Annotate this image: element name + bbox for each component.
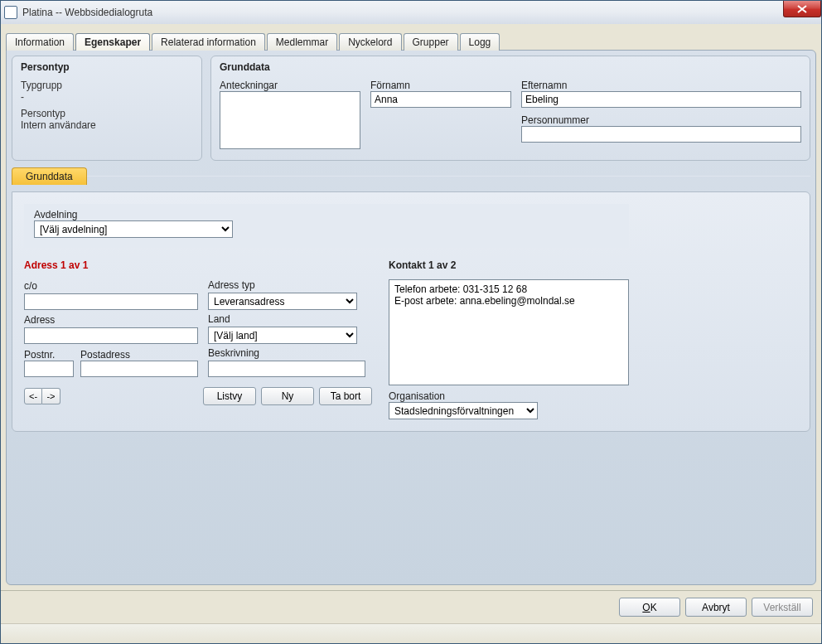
contact-line: E-post arbete: anna.ebeling@molndal.se [394, 295, 623, 307]
personnummer-input[interactable] [521, 126, 801, 143]
persontyp-label: Persontyp [21, 108, 193, 119]
top-row: Persontyp Typgrupp - Persontyp Intern an… [12, 56, 810, 161]
contact-section: Kontakt 1 av 2 Telefon arbete: 031-315 1… [389, 254, 629, 419]
typgrupp-value: - [21, 91, 193, 103]
organisation-select[interactable]: Stadsledningsförvaltningen [389, 402, 538, 419]
address-section: Adress 1 av 1 c/o Adress typ Leveransadr… [24, 254, 372, 419]
efternamn-input[interactable] [521, 91, 801, 108]
subtab-line [87, 176, 810, 177]
adress-input[interactable] [24, 327, 198, 344]
ny-button[interactable]: Ny [261, 387, 314, 405]
titlebar: Platina -- Webbsidedialogruta [1, 1, 821, 24]
tab-logg[interactable]: Logg [460, 33, 500, 51]
contact-line: Telefon arbete: 031-315 12 68 [394, 283, 623, 295]
status-strip [1, 623, 821, 643]
tabort-button[interactable]: Ta bort [319, 387, 372, 405]
grunddata-panel: Grunddata Förnamn Efternamn Anteckningar [210, 56, 810, 161]
postadress-label: Postadress [80, 349, 198, 361]
tab-egenskaper[interactable]: Egenskaper [75, 33, 150, 51]
listvy-button[interactable]: Listvy [203, 387, 256, 405]
persontyp-panel: Persontyp Typgrupp - Persontyp Intern an… [12, 56, 202, 161]
address-nav: <- -> [24, 388, 60, 404]
persontyp-header: Persontyp [21, 61, 193, 73]
postnr-label: Postnr. [24, 349, 74, 361]
grunddata-header: Grunddata [220, 61, 801, 73]
avdelning-block: Avdelning [Välj avdelning] [24, 204, 629, 248]
dialog-window: Platina -- Webbsidedialogruta Informatio… [0, 0, 822, 644]
adress-label: Adress [24, 314, 198, 326]
subtab-row: Grunddata [12, 167, 810, 185]
adresstyp-label: Adress typ [208, 279, 365, 291]
address-title: Adress 1 av 1 [24, 259, 372, 271]
beskrivning-input[interactable] [208, 361, 365, 377]
tab-medlemmar[interactable]: Medlemmar [267, 33, 337, 51]
anteckningar-input[interactable] [220, 91, 360, 149]
postnr-input[interactable] [24, 361, 74, 377]
efternamn-label: Efternamn [521, 80, 801, 91]
adresstyp-select[interactable]: Leveransadress [208, 293, 357, 310]
anteckningar-label: Anteckningar [220, 80, 360, 91]
contact-title: Kontakt 1 av 2 [389, 259, 629, 271]
tab-relaterad-information[interactable]: Relaterad information [152, 33, 265, 51]
typgrupp-label: Typgrupp [21, 80, 193, 91]
persontyp-value: Intern användare [21, 119, 193, 131]
content-area: Information Egenskaper Relaterad informa… [1, 24, 821, 590]
organisation-label: Organisation [389, 390, 629, 402]
postadress-input[interactable] [80, 361, 198, 377]
cancel-button[interactable]: Avbryt [685, 598, 747, 617]
ok-button[interactable]: OK [619, 598, 680, 617]
fornamn-label: Förnamn [370, 80, 511, 91]
subtab-grunddata[interactable]: Grunddata [12, 167, 87, 185]
co-label: c/o [24, 280, 198, 292]
window-title: Platina -- Webbsidedialogruta [22, 7, 152, 18]
app-icon [4, 6, 17, 19]
avdelning-select[interactable]: [Välj avdelning] [34, 220, 233, 238]
land-select[interactable]: [Välj land] [208, 327, 357, 344]
fornamn-input[interactable] [370, 91, 511, 108]
contact-list[interactable]: Telefon arbete: 031-315 12 68 E-post arb… [389, 279, 629, 385]
tab-nyckelord[interactable]: Nyckelord [339, 33, 401, 51]
land-label: Land [208, 313, 365, 325]
co-input[interactable] [24, 293, 198, 310]
close-icon [797, 5, 807, 13]
addr-contact-row: Adress 1 av 1 c/o Adress typ Leveransadr… [24, 254, 629, 419]
address-prev-button[interactable]: <- [24, 388, 42, 404]
lower-area: Avdelning [Välj avdelning] Adress 1 av 1… [12, 191, 810, 432]
tab-information[interactable]: Information [6, 33, 74, 51]
tabstrip: Information Egenskaper Relaterad informa… [6, 29, 816, 50]
main-panel: Persontyp Typgrupp - Persontyp Intern an… [6, 50, 816, 585]
personnummer-label: Personnummer [521, 114, 801, 126]
tab-grupper[interactable]: Grupper [404, 33, 458, 51]
address-next-button[interactable]: -> [42, 388, 60, 404]
beskrivning-label: Beskrivning [208, 347, 365, 359]
close-button[interactable] [783, 1, 821, 17]
avdelning-label: Avdelning [34, 209, 619, 220]
apply-button[interactable]: Verkställ [752, 598, 813, 617]
footer-bar: OK Avbryt Verkställ [1, 590, 821, 623]
